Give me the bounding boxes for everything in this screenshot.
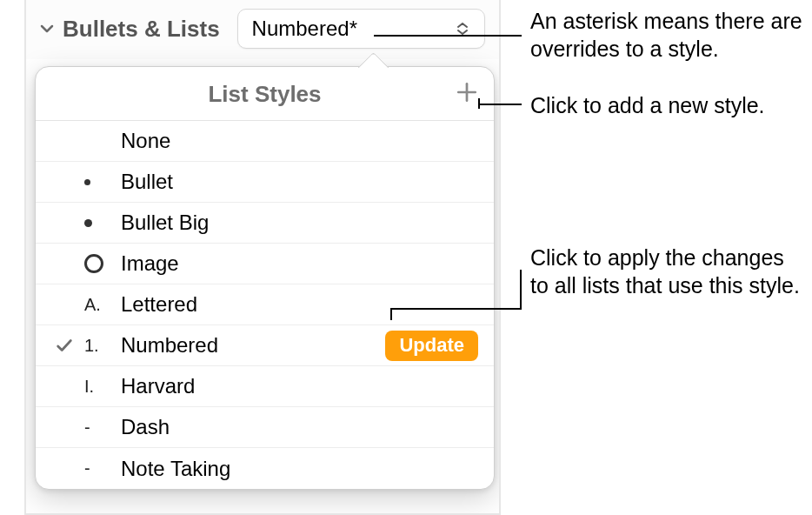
list-style-option[interactable]: Bullet Big — [36, 203, 494, 244]
add-style-button[interactable] — [452, 77, 482, 107]
style-option-label: Bullet Big — [121, 211, 478, 235]
style-marker-icon: I. — [84, 377, 121, 397]
list-style-option[interactable]: A.Lettered — [36, 284, 494, 325]
popover-title: List Styles — [36, 67, 494, 121]
callout-asterisk: An asterisk means there are overrides to… — [530, 7, 809, 63]
style-marker-icon — [84, 254, 121, 273]
callout-add-style: Click to add a new style. — [530, 91, 809, 119]
popover-title-text: List Styles — [208, 81, 321, 107]
style-option-label: Numbered — [121, 333, 385, 358]
list-style-option[interactable]: 1.NumberedUpdate — [36, 325, 494, 366]
callout-update: Click to apply the changes to all lists … — [530, 244, 800, 299]
bullets-lists-disclosure[interactable]: Bullets & Lists — [40, 16, 220, 43]
updown-chevron-icon — [455, 23, 470, 35]
list-style-option[interactable]: -Dash — [36, 407, 494, 448]
style-option-label: Image — [121, 251, 478, 276]
style-marker-icon: A. — [84, 295, 121, 315]
selected-style-label: Numbered* — [252, 17, 357, 41]
format-panel: Bullets & Lists Numbered* List Styles — [24, 0, 501, 515]
style-list: NoneBulletBullet BigImageA.Lettered1.Num… — [36, 121, 494, 489]
list-styles-popover: List Styles NoneBulletBullet BigImageA.L… — [35, 66, 495, 490]
plus-icon — [456, 81, 478, 104]
style-marker-icon: 1. — [84, 336, 121, 356]
style-option-label: Dash — [121, 415, 478, 439]
list-style-option[interactable]: None — [36, 121, 494, 162]
style-marker-icon: - — [84, 458, 121, 478]
list-style-option[interactable]: Bullet — [36, 162, 494, 203]
section-label: Bullets & Lists — [63, 16, 220, 43]
style-marker-icon — [84, 219, 121, 227]
style-option-label: Lettered — [121, 292, 478, 317]
chevron-down-icon — [40, 22, 54, 36]
bullets-lists-section-header: Bullets & Lists Numbered* — [26, 0, 499, 59]
list-style-option[interactable]: -Note Taking — [36, 448, 494, 489]
list-style-option[interactable]: I.Harvard — [36, 366, 494, 407]
style-option-label: Bullet — [121, 170, 478, 194]
list-style-option[interactable]: Image — [36, 244, 494, 284]
style-marker-icon — [84, 179, 121, 185]
selected-check-icon — [55, 336, 84, 355]
style-option-label: Harvard — [121, 374, 478, 398]
style-option-label: None — [121, 129, 478, 153]
style-option-label: Note Taking — [121, 457, 478, 481]
leader-tick — [520, 270, 522, 310]
list-style-dropdown[interactable]: Numbered* — [237, 9, 485, 49]
style-marker-icon: - — [84, 418, 121, 438]
update-style-button[interactable]: Update — [385, 331, 478, 361]
